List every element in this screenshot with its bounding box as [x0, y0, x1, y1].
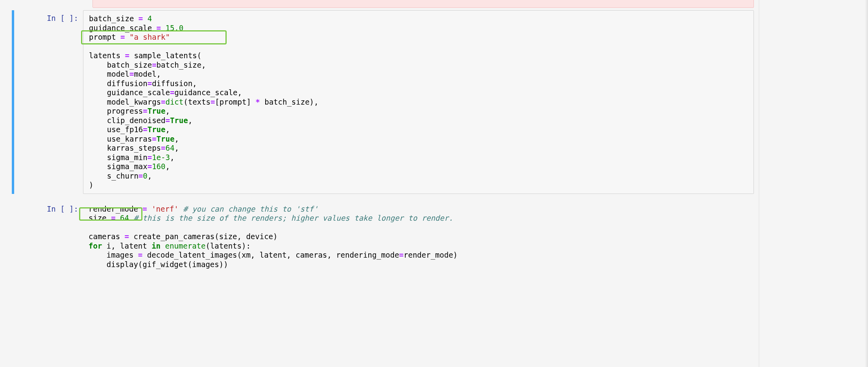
scroll-shadow: [865, 0, 868, 367]
prompt-label: In [ ]:: [47, 14, 78, 22]
divider: [759, 0, 759, 367]
code-input-area[interactable]: render_mode = 'nerf' # you can change th…: [83, 201, 754, 273]
cell-prompt: In [ ]:: [14, 201, 83, 273]
code-cell-1[interactable]: In [ ]: batch_size = 4 guidance_scale = …: [12, 10, 868, 194]
code-cell-2[interactable]: In [ ]: render_mode = 'nerf' # you can c…: [12, 201, 868, 273]
error-banner-strip: [92, 0, 754, 8]
code-text[interactable]: render_mode = 'nerf' # you can change th…: [89, 205, 748, 269]
code-text[interactable]: batch_size = 4 guidance_scale = 15.0 pro…: [89, 14, 748, 190]
cell-prompt: In [ ]:: [14, 10, 83, 194]
code-input-area[interactable]: batch_size = 4 guidance_scale = 15.0 pro…: [83, 10, 754, 194]
prompt-label: In [ ]:: [47, 205, 78, 213]
